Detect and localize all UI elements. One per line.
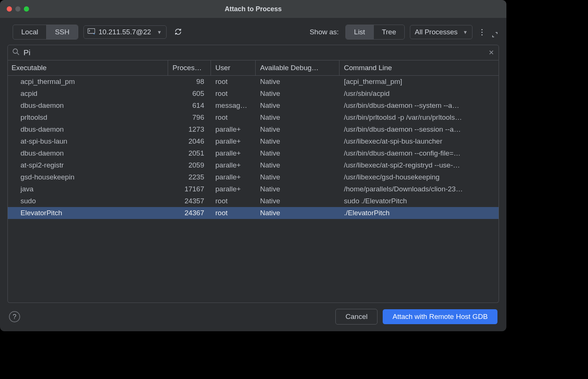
cell-executable: at-spi2-registr	[8, 159, 168, 171]
cell-user: root	[211, 207, 256, 219]
table-row[interactable]: sudo24357rootNativesudo ./ElevatorPitch	[8, 195, 499, 207]
cancel-button[interactable]: Cancel	[335, 309, 377, 325]
cell-user: paralle+	[211, 171, 256, 183]
search-input[interactable]	[23, 48, 485, 57]
close-window-button[interactable]	[7, 6, 12, 12]
maximize-window-button[interactable]	[24, 6, 29, 12]
cell-executable: java	[8, 183, 168, 195]
cell-user: paralle+	[211, 123, 256, 135]
tree-view-button[interactable]: Tree	[373, 25, 404, 39]
ssh-button[interactable]: SSH	[46, 25, 78, 39]
cell-pid: 1273	[168, 123, 211, 135]
col-process[interactable]: Proces…	[168, 60, 211, 75]
refresh-icon	[174, 28, 182, 36]
table-row[interactable]: gsd-housekeepin2235paralle+Native/usr/li…	[8, 171, 499, 183]
cell-executable: acpi_thermal_pm	[8, 76, 168, 88]
cell-debug: Native	[256, 76, 339, 88]
toolbar: Local SSH 10.211.55.7@22 ▼ Show as: List…	[0, 18, 506, 45]
table-row[interactable]: acpi_thermal_pm98rootNative[acpi_thermal…	[8, 76, 499, 88]
cell-user: root	[211, 112, 256, 123]
attach-to-process-dialog: Attach to Process Local SSH 10.211.55.7@…	[0, 0, 506, 331]
cell-user: root	[211, 88, 256, 100]
table-row[interactable]: at-spi-bus-laun2046paralle+Native/usr/li…	[8, 135, 499, 147]
window-title: Attach to Process	[0, 5, 506, 13]
cell-pid: 24357	[168, 195, 211, 207]
cell-debug: Native	[256, 112, 339, 123]
cell-pid: 2235	[168, 171, 211, 183]
terminal-icon	[88, 28, 95, 36]
cell-cmd: ./ElevatorPitch	[339, 207, 499, 219]
cell-cmd: /usr/bin/prltoolsd -p /var/run/prltools…	[339, 112, 499, 123]
cell-user: paralle+	[211, 147, 256, 159]
table-row[interactable]: java17167paralle+Native/home/parallels/D…	[8, 183, 499, 195]
cell-pid: 98	[168, 76, 211, 88]
cell-cmd: /usr/libexec/at-spi-bus-launcher	[339, 135, 499, 147]
cell-user: root	[211, 76, 256, 88]
cell-user: root	[211, 195, 256, 207]
cell-executable: acpid	[8, 88, 168, 100]
svg-point-1	[13, 49, 18, 53]
cell-cmd: /usr/bin/dbus-daemon --system --a…	[339, 100, 499, 112]
cell-debug: Native	[256, 147, 339, 159]
col-user[interactable]: User	[211, 60, 256, 75]
list-view-button[interactable]: List	[346, 25, 373, 39]
cell-pid: 2059	[168, 159, 211, 171]
expand-icon[interactable]	[492, 32, 497, 39]
cell-cmd: /usr/sbin/acpid	[339, 88, 499, 100]
more-options-button[interactable]	[480, 27, 484, 38]
cell-user: paralle+	[211, 135, 256, 147]
table-row[interactable]: ElevatorPitch24367rootNative./ElevatorPi…	[8, 207, 499, 219]
table-body: acpi_thermal_pm98rootNative[acpi_thermal…	[8, 76, 499, 303]
cell-debug: Native	[256, 195, 339, 207]
table-row[interactable]: dbus-daemon1273paralle+Native/usr/bin/db…	[8, 123, 499, 135]
cell-cmd: /home/parallels/Downloads/clion-23…	[339, 183, 499, 195]
window-controls	[7, 6, 29, 12]
cell-user: paralle+	[211, 183, 256, 195]
table-row[interactable]: dbus-daemon2051paralle+Native/usr/bin/db…	[8, 147, 499, 159]
cell-executable: dbus-daemon	[8, 100, 168, 112]
cell-user: messag…	[211, 100, 256, 112]
attach-button[interactable]: Attach with Remote Host GDB	[383, 309, 497, 324]
table-row[interactable]: acpid605rootNative/usr/sbin/acpid	[8, 88, 499, 100]
cell-debug: Native	[256, 207, 339, 219]
cell-pid: 614	[168, 100, 211, 112]
cell-executable: ElevatorPitch	[8, 207, 168, 219]
cell-debug: Native	[256, 88, 339, 100]
table-header: Executable Proces… User Available Debug……	[8, 60, 499, 76]
cell-executable: prltoolsd	[8, 112, 168, 123]
cell-executable: gsd-housekeepin	[8, 171, 168, 183]
table-row[interactable]: prltoolsd796rootNative/usr/bin/prltoolsd…	[8, 112, 499, 123]
refresh-button[interactable]	[172, 25, 184, 39]
host-text: 10.211.55.7@22	[99, 28, 151, 36]
cell-pid: 2051	[168, 147, 211, 159]
cell-pid: 2046	[168, 135, 211, 147]
process-filter-dropdown[interactable]: All Processes ▼	[410, 25, 472, 39]
cell-cmd: /usr/libexec/gsd-housekeeping	[339, 171, 499, 183]
titlebar: Attach to Process	[0, 0, 506, 18]
cell-cmd: [acpi_thermal_pm]	[339, 76, 499, 88]
host-dropdown[interactable]: 10.211.55.7@22 ▼	[83, 25, 167, 39]
local-button[interactable]: Local	[13, 25, 46, 39]
minimize-window-button[interactable]	[15, 6, 20, 12]
chevron-down-icon: ▼	[157, 29, 162, 35]
cell-executable: sudo	[8, 195, 168, 207]
cell-executable: dbus-daemon	[8, 123, 168, 135]
view-toggle: List Tree	[345, 25, 405, 40]
cell-debug: Native	[256, 123, 339, 135]
cell-pid: 605	[168, 88, 211, 100]
table-row[interactable]: at-spi2-registr2059paralle+Native/usr/li…	[8, 159, 499, 171]
cell-pid: 24367	[168, 207, 211, 219]
search-row: ✕	[7, 45, 499, 60]
cell-user: paralle+	[211, 159, 256, 171]
footer: ? Cancel Attach with Remote Host GDB	[0, 303, 506, 331]
help-button[interactable]: ?	[9, 311, 20, 322]
cell-cmd: /usr/libexec/at-spi2-registryd --use-…	[339, 159, 499, 171]
table-row[interactable]: dbus-daemon614messag…Native/usr/bin/dbus…	[8, 100, 499, 112]
cell-debug: Native	[256, 183, 339, 195]
col-executable[interactable]: Executable	[8, 60, 168, 75]
search-icon	[12, 48, 20, 57]
col-debug[interactable]: Available Debug…	[256, 60, 339, 75]
cell-debug: Native	[256, 159, 339, 171]
col-cmd[interactable]: Command Line	[339, 60, 499, 75]
clear-search-button[interactable]: ✕	[489, 48, 494, 57]
